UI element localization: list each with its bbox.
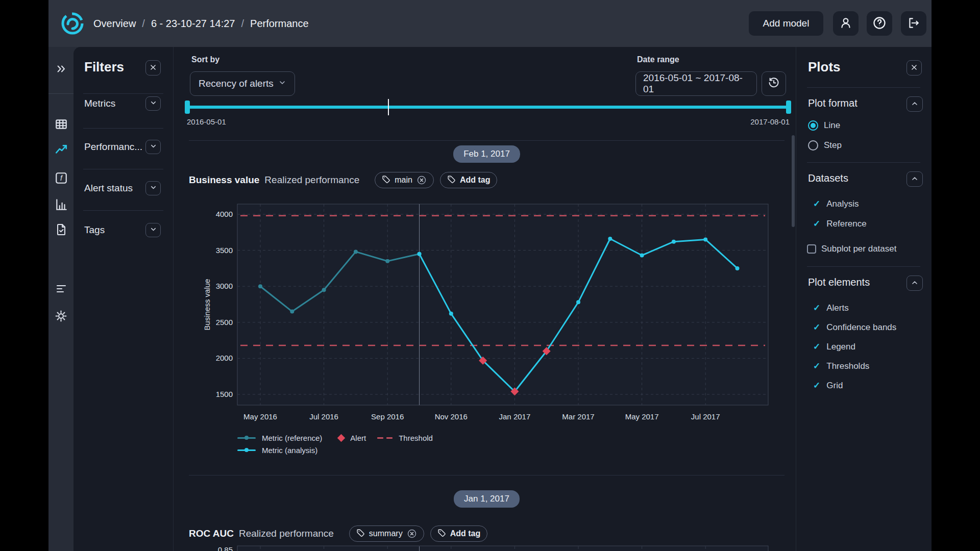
slider-handle-start[interactable] xyxy=(185,101,190,114)
sidebar-item-function[interactable]: f xyxy=(48,171,74,187)
doc-check-icon xyxy=(55,223,67,238)
sort-by-select[interactable]: Recency of alerts xyxy=(190,71,295,96)
date-history-button[interactable] xyxy=(762,71,786,96)
filter-expand-button[interactable] xyxy=(145,223,161,237)
check-icon: ✓ xyxy=(813,341,820,352)
panel-divider xyxy=(83,169,163,169)
option-label: Thresholds xyxy=(826,361,869,371)
filters-close-button[interactable] xyxy=(145,60,161,76)
business-value-chart[interactable]: 150020002500300035004000May 2016Jul 2016… xyxy=(202,200,783,440)
chevron-down-icon xyxy=(150,99,157,108)
subplot-label: Subplot per dataset xyxy=(821,244,896,254)
chevrons-right-icon xyxy=(56,63,67,77)
element-toggle-grid[interactable]: ✓Grid xyxy=(813,380,843,391)
filter-expand-button[interactable] xyxy=(145,96,161,111)
svg-text:Business value: Business value xyxy=(203,279,211,331)
add-tag-button[interactable]: Add tag xyxy=(440,172,498,188)
svg-text:2000: 2000 xyxy=(216,354,233,362)
app-window: Overview/6 - 23-10-27 14:27/Performance … xyxy=(48,0,932,551)
sidebar-item-doc-check[interactable] xyxy=(48,223,74,238)
chart-header-business-value: Business value Realized performance main… xyxy=(189,172,497,188)
sidebar-item-bar-chart[interactable] xyxy=(48,198,74,213)
chevron-up-icon xyxy=(911,99,919,109)
datasets-collapse-button[interactable] xyxy=(906,171,923,187)
element-toggle-alerts[interactable]: ✓Alerts xyxy=(813,303,849,313)
plot-elements-collapse-button[interactable] xyxy=(906,276,923,291)
user-button[interactable] xyxy=(833,11,859,36)
tag-icon xyxy=(356,529,365,539)
filter-lines-icon xyxy=(55,283,67,297)
chevron-up-icon xyxy=(911,279,919,288)
main-scrollbar-thumb[interactable] xyxy=(792,135,795,227)
slider-track[interactable] xyxy=(186,106,790,109)
element-toggle-confidence-bands[interactable]: ✓Confidence bands xyxy=(813,322,896,333)
filter-expand-button[interactable] xyxy=(145,140,161,154)
add-tag-button[interactable]: Add tag xyxy=(430,525,488,542)
option-label: Legend xyxy=(826,342,855,352)
sidebar-item-trend[interactable] xyxy=(48,143,74,159)
option-label: Confidence bands xyxy=(826,322,896,333)
roc-auc-chart[interactable]: 0.85 xyxy=(202,545,783,551)
bar-chart-icon xyxy=(55,198,68,213)
radio-icon xyxy=(808,120,818,131)
plot-format-option-step[interactable]: Step xyxy=(808,140,842,151)
plot-elements-label: Plot elements xyxy=(808,277,870,288)
plots-close-button[interactable] xyxy=(906,60,922,76)
chart-header-roc-auc: ROC AUC Realized performance summaryAdd … xyxy=(189,525,487,542)
close-icon xyxy=(150,64,157,72)
help-icon xyxy=(872,16,887,32)
svg-text:0.85: 0.85 xyxy=(218,545,233,551)
close-icon xyxy=(911,64,918,72)
element-toggle-thresholds[interactable]: ✓Thresholds xyxy=(813,361,869,371)
chevron-down-icon xyxy=(278,78,286,89)
remove-tag-button[interactable] xyxy=(416,175,427,185)
content-sheet: Filters MetricsPerformanc...Alert status… xyxy=(74,47,932,551)
check-icon: ✓ xyxy=(813,361,820,371)
add-model-button[interactable]: Add model xyxy=(749,11,823,36)
threshold-swatch xyxy=(377,437,393,439)
user-icon xyxy=(839,16,852,31)
subplot-per-dataset-checkbox[interactable]: Subplot per dataset xyxy=(807,244,896,254)
filter-expand-button[interactable] xyxy=(145,181,161,195)
breadcrumb-segment[interactable]: Overview xyxy=(93,18,136,30)
plot-format-option-line[interactable]: Line xyxy=(808,120,840,131)
add-tag-label: Add tag xyxy=(450,529,481,538)
panel-divider xyxy=(83,128,163,129)
chart-title: ROC AUC xyxy=(189,528,234,539)
svg-text:3000: 3000 xyxy=(216,282,233,290)
sidebar-item-gear[interactable] xyxy=(48,309,74,324)
plot-format-collapse-button[interactable] xyxy=(906,96,923,112)
remove-tag-button[interactable] xyxy=(407,529,417,539)
sidebar-item-filter-lines[interactable] xyxy=(48,282,74,297)
app-logo xyxy=(60,11,85,36)
radio-icon xyxy=(808,140,818,151)
chevron-down-icon xyxy=(150,184,157,193)
function-icon: f xyxy=(55,171,68,187)
tag-pill-main: main xyxy=(375,172,434,188)
chevron-down-icon xyxy=(150,226,157,235)
breadcrumb-segment[interactable]: 6 - 23-10-27 14:27 xyxy=(151,18,235,30)
section-divider xyxy=(189,140,785,141)
breadcrumb-segment[interactable]: Performance xyxy=(250,18,309,30)
slider-end-label: 2017-08-01 xyxy=(750,117,790,126)
help-button[interactable] xyxy=(867,11,892,36)
slider-cursor[interactable] xyxy=(388,99,389,115)
dataset-toggle-reference[interactable]: ✓Reference xyxy=(813,218,867,229)
element-toggle-legend[interactable]: ✓Legend xyxy=(813,341,855,352)
expand-sidebar-button[interactable] xyxy=(48,62,74,78)
add-tag-label: Add tag xyxy=(460,176,491,185)
panel-divider xyxy=(807,87,920,88)
main-content: Sort by Recency of alerts Date range 201… xyxy=(174,47,796,551)
chart-subtitle: Realized performance xyxy=(239,528,334,539)
breadcrumb-separator: / xyxy=(241,18,244,30)
chart-subtitle: Realized performance xyxy=(264,174,359,186)
logout-button[interactable] xyxy=(901,11,926,36)
date-range-input[interactable]: 2016-05-01 ~ 2017-08-01 xyxy=(635,71,757,96)
check-icon: ✓ xyxy=(813,198,820,209)
slider-handle-end[interactable] xyxy=(786,101,791,114)
dataset-toggle-analysis[interactable]: ✓Analysis xyxy=(813,198,859,209)
panel-divider xyxy=(83,210,163,211)
option-label: Grid xyxy=(826,381,843,391)
breadcrumb-separator: / xyxy=(142,18,145,30)
sidebar-item-table[interactable] xyxy=(48,117,74,133)
